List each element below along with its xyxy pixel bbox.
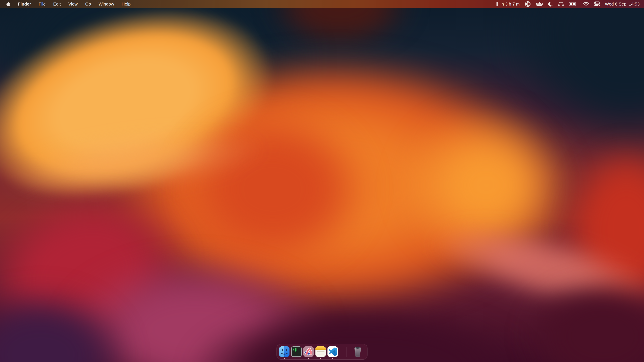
desktop-wallpaper [0, 0, 644, 362]
dock-divider [346, 347, 346, 357]
dock-item-terminal[interactable]: $ [291, 346, 302, 359]
docker-whale-icon [536, 1, 543, 7]
menu-app-finder[interactable]: Finder [18, 1, 31, 7]
menu-bar-clock[interactable]: Wed 6 Sep 14:53 [605, 1, 640, 7]
running-indicator [284, 358, 285, 359]
menu-help[interactable]: Help [122, 1, 130, 7]
dock-item-arc[interactable] [303, 346, 314, 359]
dock-item-finder[interactable] [279, 346, 290, 359]
dock: $ [276, 344, 368, 360]
wifi-menu-extra[interactable] [583, 1, 589, 6]
clock-time: 14:53 [629, 1, 640, 7]
vscode-icon [327, 346, 338, 357]
running-indicator [332, 358, 333, 359]
control-center-menu-extra[interactable] [594, 1, 600, 6]
battery-charging-icon [569, 2, 578, 6]
trash-icon [352, 346, 363, 357]
battery-menu-extra[interactable] [569, 2, 578, 6]
wifi-icon [583, 1, 589, 6]
menu-view[interactable]: View [68, 1, 78, 7]
terminal-icon: $ [291, 346, 302, 357]
arc-browser-icon [303, 346, 314, 357]
clock-date: Wed 6 Sep [605, 1, 626, 7]
menu-bar-left: Finder File Edit View Go Window Help [0, 1, 131, 7]
headphones-icon [558, 1, 564, 7]
focus-menu-extra[interactable] [548, 1, 553, 7]
menu-bar-status: in 3 h 7 m [496, 1, 644, 7]
menu-go[interactable]: Go [85, 1, 91, 7]
power-circle-icon [524, 1, 531, 7]
docker-menu-extra[interactable] [536, 1, 543, 7]
menu-bar: Finder File Edit View Go Window Help in … [0, 0, 644, 8]
menu-file[interactable]: File [38, 1, 46, 7]
power-circle-menu-extra[interactable] [524, 1, 531, 7]
control-center-icon [594, 1, 600, 6]
running-indicator [320, 358, 321, 359]
svg-text:$: $ [293, 348, 295, 351]
dock-item-trash[interactable] [352, 346, 363, 359]
finder-icon [279, 346, 290, 357]
dock-item-notes[interactable] [315, 346, 326, 359]
timer-bar-icon [496, 1, 498, 6]
moon-icon [548, 1, 553, 7]
apple-logo-icon [6, 2, 10, 6]
running-indicator [308, 358, 309, 359]
menu-window[interactable]: Window [98, 1, 114, 7]
session-timer-icon[interactable] [496, 1, 498, 6]
countdown-text[interactable]: in 3 h 7 m [500, 1, 520, 7]
notes-icon [315, 346, 326, 357]
apple-menu[interactable] [6, 2, 10, 6]
sound-output-menu-extra[interactable] [558, 1, 564, 7]
desktop: Finder File Edit View Go Window Help in … [0, 0, 644, 362]
menu-edit[interactable]: Edit [53, 1, 61, 7]
dock-item-vscode[interactable] [327, 346, 338, 359]
